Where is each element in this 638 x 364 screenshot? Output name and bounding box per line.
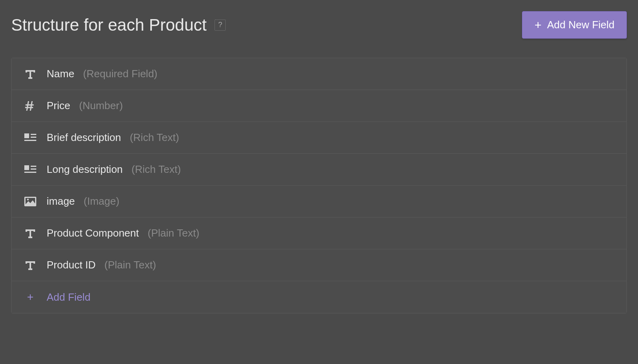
fields-container: Name (Required Field) Price (Number) Bri… — [11, 58, 627, 313]
field-row-product-id[interactable]: Product ID (Plain Text) — [12, 249, 626, 281]
header-row: Structure for each Product ? + Add New F… — [11, 11, 627, 39]
svg-point-8 — [27, 198, 29, 200]
field-name: Product ID — [47, 259, 96, 271]
add-new-field-button[interactable]: + Add New Field — [522, 11, 627, 39]
field-type: (Rich Text) — [132, 163, 181, 176]
add-field-label: Add Field — [47, 291, 91, 303]
add-new-field-label: Add New Field — [547, 19, 614, 31]
number-type-icon — [24, 100, 37, 112]
help-icon[interactable]: ? — [215, 20, 226, 31]
image-type-icon — [24, 196, 37, 207]
field-row-brief-description[interactable]: Brief description (Rich Text) — [12, 122, 626, 154]
svg-rect-1 — [31, 134, 36, 135]
field-name: Product Component — [47, 227, 139, 239]
svg-rect-4 — [24, 165, 29, 170]
field-type: (Rich Text) — [130, 131, 179, 144]
richtext-type-icon — [24, 132, 37, 143]
text-type-icon — [24, 228, 37, 239]
field-type: (Image) — [84, 195, 120, 207]
field-name: Long description — [47, 163, 123, 176]
field-type: (Required Field) — [83, 68, 157, 80]
field-row-image[interactable]: image (Image) — [12, 186, 626, 217]
richtext-type-icon — [24, 164, 37, 175]
text-type-icon — [24, 260, 37, 271]
field-name: image — [47, 195, 75, 207]
svg-rect-0 — [24, 133, 29, 138]
svg-rect-2 — [31, 137, 36, 138]
field-row-long-description[interactable]: Long description (Rich Text) — [12, 154, 626, 186]
field-row-name[interactable]: Name (Required Field) — [12, 58, 626, 90]
plus-icon: + — [534, 19, 542, 31]
field-name: Brief description — [47, 131, 121, 144]
svg-rect-6 — [31, 168, 36, 170]
field-type: (Number) — [79, 100, 123, 112]
field-name: Price — [47, 100, 70, 112]
page-title: Structure for each Product — [11, 16, 207, 35]
field-row-price[interactable]: Price (Number) — [12, 90, 626, 122]
field-type: (Plain Text) — [104, 259, 156, 271]
field-row-product-component[interactable]: Product Component (Plain Text) — [12, 217, 626, 249]
text-type-icon — [24, 68, 37, 80]
svg-rect-5 — [31, 166, 36, 167]
svg-rect-7 — [24, 172, 36, 173]
title-group: Structure for each Product ? — [11, 16, 226, 35]
svg-rect-3 — [24, 140, 36, 141]
add-field-button[interactable]: + Add Field — [12, 281, 626, 313]
field-name: Name — [47, 68, 74, 80]
plus-icon: + — [24, 291, 37, 303]
field-type: (Plain Text) — [148, 227, 199, 239]
